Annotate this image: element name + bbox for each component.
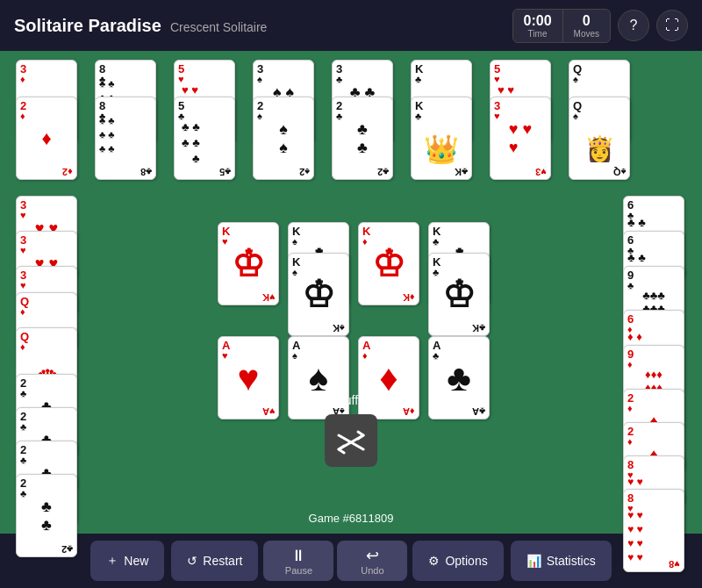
time-value: 0:00 <box>524 13 552 29</box>
center-king-3[interactable]: K♦ ♔ ♦K <box>358 222 419 305</box>
pause-icon: ⏸ <box>290 547 306 565</box>
header: Solitaire Paradise Crescent Solitaire 0:… <box>0 0 702 51</box>
card-pile5-front[interactable]: 2♣ ♣♣ ♣2 <box>332 97 393 180</box>
app-name: Solitaire Paradise <box>14 16 161 36</box>
options-button[interactable]: ⚙ Options <box>412 541 503 581</box>
time-label: Time <box>524 29 552 39</box>
new-button[interactable]: ＋ New <box>90 541 164 581</box>
help-button[interactable]: ? <box>618 10 649 41</box>
footer-toolbar: ＋ New ↺ Restart ⏸ Pause ↩ Undo ⚙ Options… <box>0 534 702 588</box>
restart-button[interactable]: ↺ Restart <box>171 541 258 581</box>
card-pile6-front[interactable]: K♣ 👑 ♣K <box>411 97 472 180</box>
fullscreen-button[interactable]: ⛶ <box>656 10 688 41</box>
right-found-3d[interactable]: 8♥ ♥ ♥ ♥ ♥ ♥ ♥ ♥ ♥ ♥8 <box>623 489 684 572</box>
card-pile1-front[interactable]: 2♦ ♦ ♦2 <box>16 97 77 180</box>
time-section: 0:00 Time <box>513 10 562 42</box>
center-ace-4[interactable]: A♣ ♣ ♣A <box>428 336 490 419</box>
timer-box: 0:00 Time 0 Moves <box>512 9 611 43</box>
game-number: Game #6811809 <box>309 512 394 525</box>
reshuffle-label: Reshuffle (3) <box>316 393 386 407</box>
center-ace-1[interactable]: A♥ ♥ ♥A <box>218 336 279 419</box>
gear-icon: ⚙ <box>428 554 440 568</box>
undo-button[interactable]: ↩ Undo <box>337 541 407 581</box>
card-pile3-front[interactable]: 5♣ ♣ ♣ ♣ ♣ ♣ ♣5 <box>174 97 235 180</box>
statistics-button[interactable]: 📊 Statistics <box>511 541 612 581</box>
moves-label: Moves <box>574 29 599 39</box>
pause-label: Pause <box>285 565 312 576</box>
statistics-label: Statistics <box>547 554 596 568</box>
game-area: 3♦ ♦ ♦3 2♦ ♦ ♦2 8♣ ♣ ♣ ♣ ♣ ♣ ♣ ♣8 8♣ ♣ ♣… <box>0 51 702 534</box>
header-right: 0:00 Time 0 Moves ? ⛶ <box>512 9 688 43</box>
center-king-2b[interactable]: K♠ ♔ ♠K <box>288 253 349 336</box>
pause-button[interactable]: ⏸ Pause <box>263 541 333 581</box>
center-king-1[interactable]: K♥ ♔ ♥K <box>218 222 279 305</box>
card-pile7-front[interactable]: 3♥ ♥ ♥♥ ♥3 <box>490 97 551 180</box>
center-king-4b[interactable]: K♣ ♔ ♣K <box>428 253 490 336</box>
plus-icon: ＋ <box>106 553 118 569</box>
card-pile2-front[interactable]: 8♣ ♣ ♣ ♣ ♣ ♣ ♣ ♣8 <box>95 97 156 180</box>
card-pile8-front[interactable]: Q♠ 👸 ♠Q <box>569 97 630 180</box>
moves-section: 0 Moves <box>562 10 610 42</box>
stats-icon: 📊 <box>526 554 541 568</box>
options-label: Options <box>445 554 487 568</box>
game-name: Crescent Solitaire <box>170 20 268 34</box>
restart-label: Restart <box>203 554 242 568</box>
moves-value: 0 <box>574 13 599 29</box>
left-found-3d[interactable]: 2♣ ♣♣ ♣2 <box>16 474 77 557</box>
restart-icon: ↺ <box>187 554 197 568</box>
undo-icon: ↩ <box>366 546 379 565</box>
card-pile4-front[interactable]: 2♠ ♠♠ ♠2 <box>253 97 314 180</box>
header-title: Solitaire Paradise Crescent Solitaire <box>14 16 267 36</box>
new-label: New <box>124 554 148 568</box>
undo-label: Undo <box>361 565 383 576</box>
reshuffle-button[interactable] <box>325 414 377 467</box>
reshuffle-area: Reshuffle (3) <box>316 393 386 467</box>
